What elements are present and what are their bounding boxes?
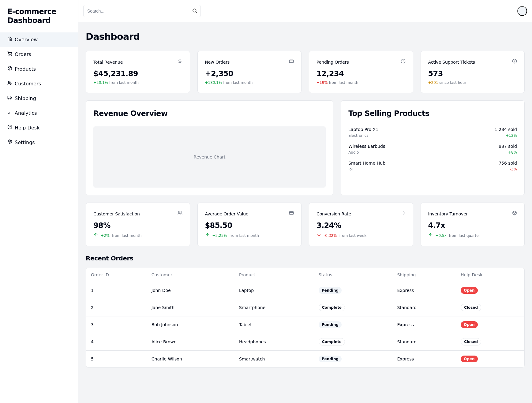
order-product: Smartwatch <box>234 351 314 368</box>
stat-change: +20.1% from last month <box>93 80 182 85</box>
sidebar: E-commerce Dashboard OverviewOrdersProdu… <box>0 0 78 403</box>
stat-suffix: from last month <box>112 233 141 238</box>
stat-change-row: +2%from last month <box>93 232 182 239</box>
stat-title: Pending Orders <box>317 59 349 65</box>
revenue-overview-title: Revenue Overview <box>93 108 326 119</box>
sidebar-item-shipping[interactable]: Shipping <box>0 91 78 106</box>
order-customer: Bob Johnson <box>147 316 234 333</box>
arrow-up-icon <box>205 232 210 239</box>
stat-card: Customer Satisfaction98%+2%from last mon… <box>86 203 190 246</box>
stat-title: Average Order Value <box>205 211 249 217</box>
svg-point-0 <box>9 55 9 55</box>
stat-value: 98% <box>93 220 182 231</box>
dollar-icon <box>178 58 182 66</box>
svg-point-3 <box>10 98 11 99</box>
revenue-overview-card: Revenue Overview Revenue Chart <box>86 100 333 195</box>
stat-change: +180.1% from last month <box>205 80 294 85</box>
svg-rect-12 <box>289 60 293 62</box>
users-icon <box>178 210 182 218</box>
stat-card: Conversion Rate3.24%-0.32%from last week <box>309 203 413 246</box>
stat-suffix: from last week <box>339 233 366 238</box>
search-button[interactable] <box>190 6 200 16</box>
helpdesk-badge: Open <box>461 356 478 362</box>
stat-change: +19% from last month <box>317 80 406 85</box>
helpdesk-badge: Closed <box>461 304 481 311</box>
order-product: Laptop <box>234 282 314 299</box>
product-change: +12% <box>495 133 517 138</box>
stat-value: $45,231.89 <box>93 68 182 79</box>
sidebar-item-label: Products <box>15 65 36 73</box>
column-header: Shipping <box>392 268 456 282</box>
arrow-up-icon <box>93 232 98 239</box>
top-products-title: Top Selling Products <box>348 108 517 119</box>
table-row: 2Jane SmithSmartphoneCompleteStandardClo… <box>86 299 524 316</box>
stat-card: Pending Orders12,234+19% from last month <box>309 51 413 93</box>
stat-change: -0.32% <box>324 233 337 238</box>
stat-title: Total Revenue <box>93 59 123 65</box>
product-name: Laptop Pro X1 <box>348 126 378 133</box>
stat-title: New Orders <box>205 59 230 65</box>
order-customer: Alice Brown <box>147 333 234 351</box>
sidebar-item-products[interactable]: Products <box>0 62 78 76</box>
sidebar-item-overview[interactable]: Overview <box>0 32 78 47</box>
stat-suffix: from last month <box>230 233 259 238</box>
user-avatar[interactable] <box>517 6 527 16</box>
revenue-chart-placeholder: Revenue Chart <box>93 126 326 188</box>
order-shipping: Standard <box>392 299 456 316</box>
package-icon <box>7 65 12 73</box>
order-shipping: Standard <box>392 333 456 351</box>
stat-value: $85.50 <box>205 220 294 231</box>
stat-value: 573 <box>428 68 517 79</box>
topbar <box>78 0 532 22</box>
product-name: Smart Home Hub <box>348 160 385 166</box>
sidebar-item-help-desk[interactable]: Help Desk <box>0 121 78 135</box>
stat-change-row: -0.32%from last week <box>317 232 406 239</box>
product-sold: 756 sold <box>499 160 517 166</box>
sidebar-item-settings[interactable]: Settings <box>0 135 78 150</box>
order-customer: Jane Smith <box>147 299 234 316</box>
table-row: 1John DoeLaptopPendingExpressOpen <box>86 282 524 299</box>
sidebar-item-label: Overview <box>15 36 38 43</box>
app-title: E-commerce Dashboard <box>7 7 71 25</box>
order-shipping: Express <box>392 282 456 299</box>
search-icon <box>192 8 197 14</box>
sidebar-item-analytics[interactable]: Analytics <box>0 106 78 121</box>
product-sold: 1,234 sold <box>495 126 517 133</box>
svg-point-4 <box>8 98 9 99</box>
sidebar-item-customers[interactable]: Customers <box>0 76 78 91</box>
sidebar-item-label: Settings <box>15 139 35 146</box>
order-product: Smartphone <box>234 299 314 316</box>
page-title: Dashboard <box>86 30 525 43</box>
sidebar-item-label: Customers <box>15 80 41 88</box>
home-icon <box>7 36 12 43</box>
column-header: Customer <box>147 268 234 282</box>
product-row: Laptop Pro X1Electronics1,234 sold+12% <box>348 126 517 138</box>
top-products-card: Top Selling Products Laptop Pro X1Electr… <box>341 100 525 195</box>
status-badge: Complete <box>319 304 345 311</box>
search-input[interactable] <box>83 5 201 17</box>
order-customer: Charlie Wilson <box>147 351 234 368</box>
stat-change: +201 since last hour <box>428 80 517 85</box>
svg-point-2 <box>8 81 10 83</box>
sidebar-item-label: Shipping <box>15 95 36 102</box>
sidebar-nav: OverviewOrdersProductsCustomersShippingA… <box>0 32 78 150</box>
sidebar-item-orders[interactable]: Orders <box>0 47 78 62</box>
sidebar-item-label: Help Desk <box>15 124 39 132</box>
product-category: IoT <box>348 166 385 172</box>
column-header: Order ID <box>86 268 147 282</box>
helpdesk-badge: Open <box>461 321 478 328</box>
stat-change-row: +0.5xfrom last quarter <box>428 232 517 239</box>
order-product: Headphones <box>234 333 314 351</box>
order-id: 3 <box>86 316 147 333</box>
sidebar-item-label: Orders <box>15 51 31 58</box>
cart-icon <box>7 51 12 58</box>
stat-suffix: from last quarter <box>449 233 480 238</box>
product-change: -3% <box>499 166 517 172</box>
package-icon <box>512 210 517 218</box>
status-badge: Pending <box>319 287 342 294</box>
stat-title: Customer Satisfaction <box>93 211 140 217</box>
column-header: Status <box>314 268 392 282</box>
stat-card: Inventory Turnover4.7x+0.5xfrom last qua… <box>421 203 525 246</box>
order-id: 1 <box>86 282 147 299</box>
order-shipping: Express <box>392 351 456 368</box>
